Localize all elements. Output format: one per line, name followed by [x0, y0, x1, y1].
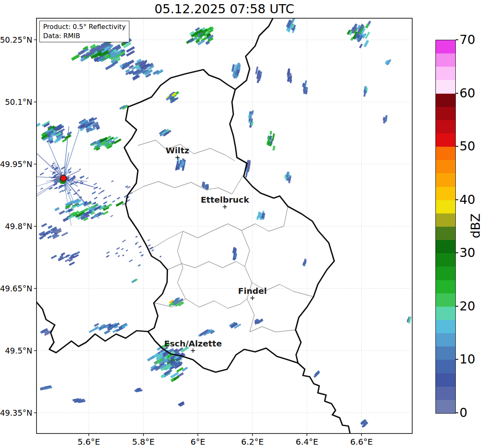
radar-figure: 05.12.2025 07:58 UTC WiltzEttelbruckFind… — [0, 0, 491, 448]
x-tick-label: 6.4°E — [296, 437, 318, 447]
colorbar-axis-label: dBZ — [468, 213, 483, 238]
colorbar-segment — [436, 53, 455, 67]
colorbar-segment — [436, 213, 455, 227]
colorbar-tick-mark — [456, 306, 458, 307]
colorbar-segment — [436, 120, 455, 133]
y-tick-label: 50.1°N — [5, 97, 32, 107]
map-plot-area: WiltzEttelbruckFindelEsch/Alzette — [0, 0, 491, 448]
colorbar-segment — [436, 373, 455, 387]
city-label: Esch/Alzette — [164, 339, 222, 349]
colorbar-segment — [436, 227, 455, 240]
colorbar-segment — [436, 307, 455, 320]
colorbar-tick-mark — [456, 39, 458, 40]
colorbar-segment — [436, 400, 455, 413]
product-line: Product: 0.5° Reflectivity — [43, 22, 126, 31]
y-tick-label: 49.65°N — [0, 284, 32, 293]
colorbar-segment — [436, 107, 455, 120]
colorbar-tick-label: 10 — [459, 352, 475, 366]
y-tick-label: 49.95°N — [0, 160, 32, 169]
x-tick-label: 5.8°E — [132, 437, 154, 447]
colorbar-tick-mark — [456, 199, 458, 200]
colorbar-tick-mark — [456, 252, 458, 253]
colorbar-segment — [436, 346, 455, 360]
colorbar — [435, 40, 456, 414]
colorbar-segment — [436, 133, 455, 147]
colorbar-tick-mark — [456, 412, 458, 413]
data-source-line: Data: RMIB — [43, 31, 126, 41]
colorbar-segment — [436, 360, 455, 373]
colorbar-segment — [436, 147, 455, 160]
colorbar-tick-label: 30 — [459, 245, 475, 260]
colorbar-tick-label: 40 — [459, 192, 475, 207]
colorbar-tick-label: 20 — [459, 299, 475, 313]
colorbar-tick-label: 70 — [459, 32, 475, 47]
city-label: Wiltz — [165, 145, 189, 155]
colorbar-segment — [436, 320, 455, 333]
x-tick-label: 5.6°E — [78, 437, 100, 447]
x-tick-label: 6°E — [191, 437, 205, 447]
colorbar-segment — [436, 173, 455, 186]
colorbar-tick-mark — [456, 359, 458, 360]
colorbar-segment — [436, 200, 455, 213]
colorbar-segment — [436, 94, 455, 107]
colorbar-tick-mark — [456, 146, 458, 147]
colorbar-segment — [436, 266, 455, 280]
colorbar-segment — [436, 387, 455, 400]
colorbar-segment — [436, 40, 455, 53]
colorbar-segment — [436, 80, 455, 93]
product-info-box: Product: 0.5° Reflectivity Data: RMIB — [39, 21, 129, 42]
colorbar-tick-label: 50 — [459, 139, 475, 153]
colorbar-segment — [436, 333, 455, 346]
colorbar-segment — [436, 160, 455, 173]
y-tick-label: 49.35°N — [0, 408, 32, 417]
colorbar-tick-mark — [456, 93, 458, 94]
city-label: Findel — [238, 286, 267, 296]
radar-map-canvas: WiltzEttelbruckFindelEsch/Alzette — [0, 0, 491, 448]
x-tick-label: 6.2°E — [241, 437, 263, 447]
colorbar-segment — [436, 240, 455, 253]
colorbar-tick-label: 60 — [459, 85, 475, 100]
city-label: Ettelbruck — [201, 195, 249, 205]
colorbar-segment — [436, 187, 455, 200]
y-tick-label: 49.8°N — [5, 222, 32, 231]
colorbar-segment — [436, 280, 455, 293]
colorbar-segment — [436, 253, 455, 266]
y-tick-label: 50.25°N — [0, 35, 32, 44]
colorbar-segment — [436, 293, 455, 307]
map-background — [36, 18, 412, 433]
colorbar-segment — [436, 67, 455, 80]
y-tick-label: 49.5°N — [5, 346, 32, 355]
colorbar-tick-label: 0 — [459, 405, 467, 420]
x-tick-label: 6.6°E — [350, 437, 372, 447]
